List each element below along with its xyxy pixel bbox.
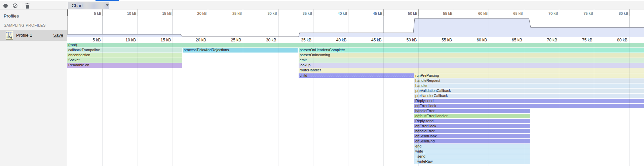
svg-text:%: % bbox=[9, 36, 12, 40]
